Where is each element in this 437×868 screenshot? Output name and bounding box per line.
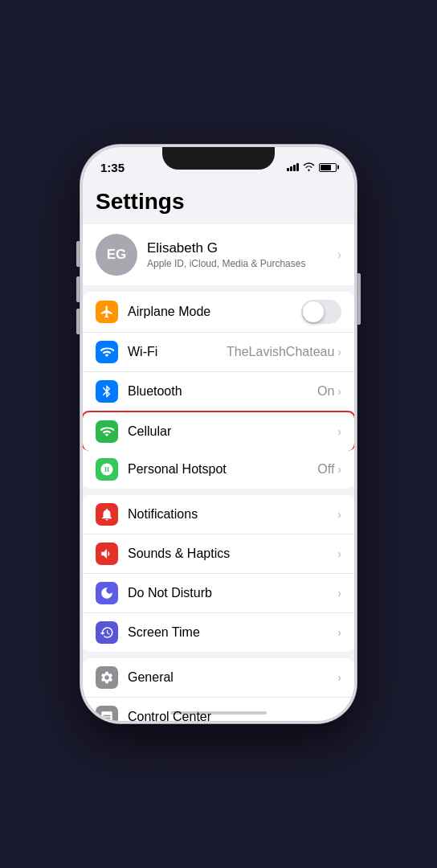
bluetooth-label: Bluetooth: [128, 384, 317, 399]
notifications-icon: [96, 503, 118, 526]
home-indicator: [170, 711, 267, 714]
do-not-disturb-row[interactable]: Do Not Disturb ›: [83, 574, 354, 613]
sounds-icon: [96, 542, 118, 565]
control-center-row[interactable]: Control Center ›: [83, 698, 354, 721]
signal-icon: [287, 163, 299, 171]
status-time: 1:35: [100, 161, 125, 174]
connectivity-group: Airplane Mode Wi-Fi TheLavishChateau ›: [83, 292, 354, 489]
wifi-label: Wi-Fi: [128, 345, 227, 359]
sounds-label: Sounds & Haptics: [128, 547, 337, 561]
hotspot-icon: [96, 458, 118, 481]
bluetooth-icon: [96, 380, 118, 403]
hotspot-label: Personal Hotspot: [128, 462, 317, 477]
notifications-group: Notifications › Sounds & Haptics ›: [83, 495, 354, 652]
cellular-row[interactable]: Cellular ›: [83, 411, 354, 451]
cellular-label: Cellular: [128, 424, 337, 439]
bluetooth-row[interactable]: Bluetooth On ›: [83, 372, 354, 411]
status-icons: [287, 162, 337, 174]
apple-id-chevron: ›: [337, 248, 341, 262]
screen-time-chevron: ›: [337, 626, 341, 639]
screen-time-icon: [96, 621, 118, 644]
page-title: Settings: [83, 182, 354, 224]
screen-time-label: Screen Time: [128, 625, 337, 640]
cellular-chevron: ›: [337, 425, 341, 438]
hotspot-chevron: ›: [337, 463, 341, 476]
battery-icon: [319, 163, 337, 172]
dnd-label: Do Not Disturb: [128, 586, 337, 600]
sounds-row[interactable]: Sounds & Haptics ›: [83, 534, 354, 574]
personal-hotspot-row[interactable]: Personal Hotspot Off ›: [83, 450, 354, 489]
general-chevron: ›: [337, 671, 341, 684]
control-center-chevron: ›: [337, 710, 341, 721]
notifications-row[interactable]: Notifications ›: [83, 495, 354, 534]
avatar: EG: [96, 234, 137, 276]
bluetooth-value: On: [317, 384, 334, 399]
profile-subtitle: Apple ID, iCloud, Media & Purchases: [147, 258, 305, 269]
airplane-mode-toggle[interactable]: [301, 300, 341, 324]
wifi-value: TheLavishChateau: [227, 345, 334, 359]
bluetooth-chevron: ›: [337, 385, 341, 398]
sounds-chevron: ›: [337, 547, 341, 560]
cellular-icon: [96, 420, 118, 443]
phone-frame: 1:35: [80, 145, 357, 723]
general-icon: [96, 666, 118, 689]
dnd-icon: [96, 582, 118, 604]
phone-screen: 1:35: [83, 147, 354, 721]
control-center-icon: [96, 706, 118, 721]
general-label: General: [128, 670, 337, 685]
general-row[interactable]: General ›: [83, 658, 354, 698]
hotspot-value: Off: [317, 462, 334, 477]
wifi-chevron: ›: [337, 346, 341, 358]
notifications-label: Notifications: [128, 507, 337, 522]
airplane-mode-label: Airplane Mode: [128, 305, 301, 319]
apple-id-row[interactable]: EG Elisabeth G Apple ID, iCloud, Media &…: [83, 224, 354, 285]
airplane-mode-icon: [96, 301, 118, 323]
profile-name: Elisabeth G: [147, 240, 305, 256]
wifi-row[interactable]: Wi-Fi TheLavishChateau ›: [83, 333, 354, 372]
screen-time-row[interactable]: Screen Time ›: [83, 613, 354, 652]
notch: [162, 147, 275, 170]
wifi-status-icon: [303, 162, 315, 174]
apple-id-info: Elisabeth G Apple ID, iCloud, Media & Pu…: [147, 240, 305, 269]
airplane-mode-row[interactable]: Airplane Mode: [83, 292, 354, 333]
wifi-row-icon: [96, 341, 118, 363]
notifications-chevron: ›: [337, 508, 341, 521]
dnd-chevron: ›: [337, 587, 341, 600]
settings-screen[interactable]: Settings EG Elisabeth G Apple ID, iCloud…: [83, 182, 354, 721]
